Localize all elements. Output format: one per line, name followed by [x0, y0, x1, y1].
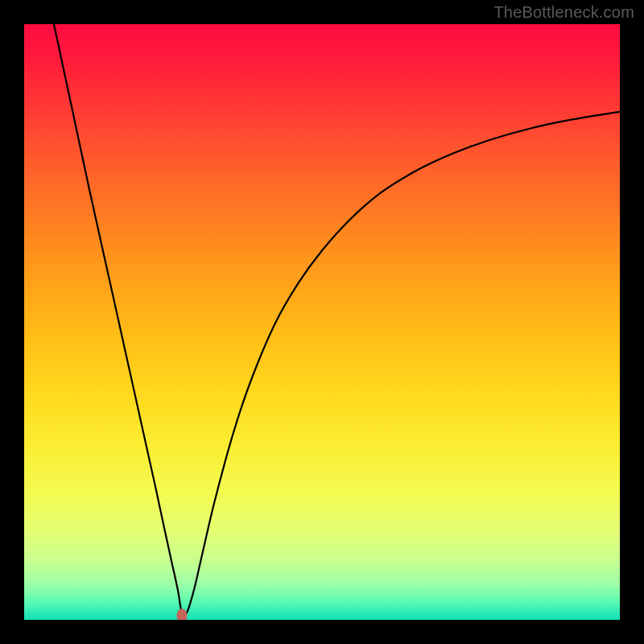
curve-layer [24, 24, 620, 620]
chart-frame: TheBottleneck.com [0, 0, 644, 644]
optimum-marker [177, 609, 188, 620]
watermark-text: TheBottleneck.com [493, 3, 634, 22]
plot-area [24, 24, 620, 620]
bottleneck-curve [54, 24, 620, 617]
